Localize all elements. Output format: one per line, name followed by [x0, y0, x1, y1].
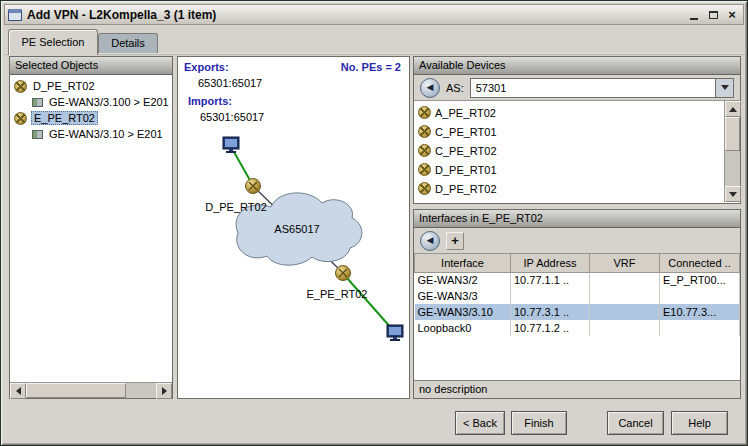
down-arrow-icon	[729, 192, 737, 197]
scroll-left-button[interactable]	[10, 383, 26, 399]
available-devices-panel: Available Devices ◀ AS: 57301 A_PE_RT02 …	[413, 56, 741, 204]
ce-link	[347, 278, 392, 329]
interface-icon	[32, 98, 43, 107]
back-arrow-icon: ◀	[427, 236, 434, 245]
titlebar[interactable]: Add VPN - L2Kompella_3 (1 item) ×	[4, 4, 744, 25]
device-item-d-pe-rt02[interactable]: D_PE_RT02	[414, 179, 724, 198]
finish-button[interactable]: Finish	[511, 411, 567, 435]
left-arrow-icon	[16, 387, 21, 395]
cell-connected	[660, 320, 740, 336]
as-combobox-value: 57301	[471, 82, 715, 94]
device-item-c-pe-rt01[interactable]: C_PE_RT01	[414, 122, 724, 141]
column-header-interface[interactable]: Interface	[415, 254, 511, 272]
up-arrow-icon	[729, 107, 737, 112]
column-header-vrf[interactable]: VRF	[590, 254, 660, 272]
plus-icon: +	[451, 234, 459, 247]
as-selector-row: ◀ AS: 57301	[414, 75, 740, 101]
interfaces-back-button[interactable]: ◀	[420, 231, 440, 251]
scrollbar-track[interactable]	[126, 383, 156, 398]
scroll-up-button[interactable]	[725, 101, 741, 117]
combo-dropdown-button[interactable]	[715, 79, 733, 97]
router-icon	[418, 106, 431, 119]
device-item-d-pe-rt01[interactable]: D_PE_RT01	[414, 160, 724, 179]
tree-node-label: GE-WAN3/3.100 > E201	[47, 95, 171, 109]
back-button[interactable]: < Back	[455, 411, 505, 435]
tree-node-label-selected: E_PE_RT02	[31, 111, 98, 125]
ce-device-icon[interactable]	[387, 325, 403, 341]
scrollbar-thumb[interactable]	[26, 383, 126, 398]
tree-node-e-pe-interface[interactable]: GE-WAN3/3.10 > E201	[10, 126, 172, 142]
cell-connected: E_P_RT00...	[660, 272, 740, 288]
scrollbar-track[interactable]	[725, 151, 740, 186]
cell-connected: E10.77.3...	[660, 304, 740, 320]
as-combobox[interactable]: 57301	[470, 78, 734, 98]
available-devices-header: Available Devices	[414, 57, 740, 75]
vertical-scrollbar[interactable]	[724, 101, 740, 202]
column-header-connected[interactable]: Connected ..	[660, 254, 740, 272]
close-button[interactable]: ×	[724, 7, 740, 23]
device-item-c-pe-rt02[interactable]: C_PE_RT02	[414, 141, 724, 160]
device-item-a-pe-rt02[interactable]: A_PE_RT02	[414, 103, 724, 122]
cell-interface: GE-WAN3/2	[415, 272, 511, 288]
cell-ip: 10.77.1.1 ..	[511, 272, 590, 288]
router-icon	[14, 112, 27, 125]
router-icon	[418, 163, 431, 176]
table-row[interactable]: Loopback0 10.77.1.2 ..	[415, 320, 740, 336]
cancel-button[interactable]: Cancel	[607, 411, 664, 435]
as-label: AS:	[446, 82, 464, 94]
device-name: C_PE_RT02	[435, 145, 497, 157]
horizontal-scrollbar[interactable]	[10, 382, 172, 398]
scroll-right-button[interactable]	[156, 383, 172, 399]
cell-connected	[660, 288, 740, 304]
cell-interface: GE-WAN3/3.10	[415, 304, 511, 320]
device-name: D_PE_RT01	[435, 164, 497, 176]
maximize-button[interactable]	[705, 7, 721, 23]
description-status: no description	[414, 380, 740, 398]
tree-node-label: D_PE_RT02	[31, 79, 97, 93]
exports-label: Exports:	[184, 61, 229, 73]
help-button[interactable]: Help	[671, 411, 728, 435]
router-node-d-pe-rt02[interactable]	[246, 179, 261, 194]
device-name: C_PE_RT01	[435, 126, 497, 138]
scroll-down-button[interactable]	[725, 186, 741, 202]
selected-objects-tree: D_PE_RT02 GE-WAN3/3.100 > E201 E_PE_RT02…	[10, 75, 172, 382]
window-icon	[8, 9, 22, 21]
table-header-row: Interface IP Address VRF Connected ..	[415, 254, 740, 272]
cell-ip	[511, 288, 590, 304]
ce-link	[234, 152, 251, 182]
exports-value: 65301:65017	[198, 77, 262, 89]
add-vpn-dialog: Add VPN - L2Kompella_3 (1 item) × PE Sel…	[0, 0, 748, 446]
scrollbar-thumb[interactable]	[725, 117, 740, 151]
topology-canvas: AS65017 D	[178, 57, 409, 398]
router-icon	[418, 125, 431, 138]
cell-vrf	[590, 304, 660, 320]
devices-back-button[interactable]: ◀	[420, 78, 440, 98]
imports-label: Imports:	[188, 95, 232, 107]
cell-interface: Loopback0	[415, 320, 511, 336]
device-name: A_PE_RT02	[435, 107, 496, 119]
tree-node-e-pe-rt02[interactable]: E_PE_RT02	[10, 110, 172, 126]
minimize-button[interactable]	[686, 7, 702, 23]
tree-node-d-pe-interface[interactable]: GE-WAN3/3.100 > E201	[10, 94, 172, 110]
chevron-down-icon	[721, 85, 729, 90]
interfaces-header: Interfaces in E_PE_RT02	[414, 210, 740, 228]
interfaces-toolbar: ◀ +	[414, 228, 740, 254]
tab-details[interactable]: Details	[98, 33, 158, 53]
column-header-ip[interactable]: IP Address	[511, 254, 590, 272]
table-row-selected[interactable]: GE-WAN3/3.10 10.77.3.1 .. E10.77.3...	[415, 304, 740, 320]
back-arrow-icon: ◀	[427, 83, 434, 92]
pe-count-label: No. PEs = 2	[341, 61, 401, 73]
cell-interface: GE-WAN3/3	[415, 288, 511, 304]
router-node-e-pe-rt02[interactable]	[336, 266, 351, 281]
node-label-d-pe: D_PE_RT02	[205, 201, 267, 213]
ce-device-icon[interactable]	[223, 137, 239, 153]
cell-vrf	[590, 288, 660, 304]
router-icon	[418, 182, 431, 195]
right-arrow-icon	[162, 387, 167, 395]
table-row[interactable]: GE-WAN3/2 10.77.1.1 .. E_P_RT00...	[415, 272, 740, 288]
tab-pe-selection[interactable]: PE Selection	[8, 29, 98, 55]
table-row[interactable]: GE-WAN3/3	[415, 288, 740, 304]
cell-vrf	[590, 272, 660, 288]
add-interface-button[interactable]: +	[446, 232, 464, 250]
tree-node-d-pe-rt02[interactable]: D_PE_RT02	[10, 78, 172, 94]
